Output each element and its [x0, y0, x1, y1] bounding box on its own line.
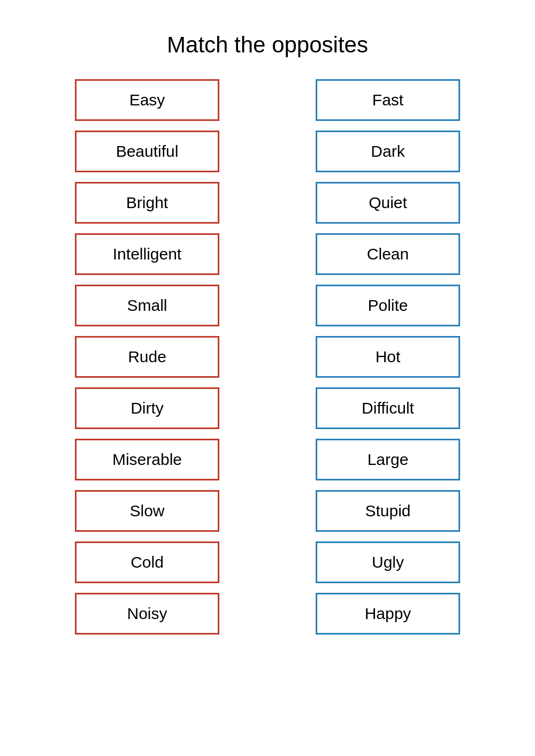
- right-column: FastDarkQuietCleanPoliteHotDifficultLarg…: [316, 79, 460, 635]
- right-word-box[interactable]: Difficult: [316, 387, 460, 429]
- left-word-box[interactable]: Beautiful: [75, 131, 219, 172]
- left-column: EasyBeautifulBrightIntelligentSmallRudeD…: [75, 79, 219, 635]
- left-word-box[interactable]: Small: [75, 285, 219, 326]
- right-word-box[interactable]: Clean: [316, 233, 460, 275]
- left-word-box[interactable]: Bright: [75, 182, 219, 224]
- left-word-box[interactable]: Cold: [75, 541, 219, 583]
- right-word-box[interactable]: Large: [316, 439, 460, 480]
- left-word-box[interactable]: Miserable: [75, 439, 219, 480]
- left-word-box[interactable]: Easy: [75, 79, 219, 121]
- right-word-box[interactable]: Hot: [316, 336, 460, 378]
- left-word-box[interactable]: Dirty: [75, 387, 219, 429]
- right-word-box[interactable]: Dark: [316, 131, 460, 172]
- right-word-box[interactable]: Fast: [316, 79, 460, 121]
- page-title: Match the opposites: [167, 32, 368, 58]
- right-word-box[interactable]: Happy: [316, 593, 460, 635]
- left-word-box[interactable]: Noisy: [75, 593, 219, 635]
- left-word-box[interactable]: Slow: [75, 490, 219, 532]
- right-word-box[interactable]: Quiet: [316, 182, 460, 224]
- match-columns: EasyBeautifulBrightIntelligentSmallRudeD…: [21, 79, 514, 635]
- right-word-box[interactable]: Polite: [316, 285, 460, 326]
- left-word-box[interactable]: Rude: [75, 336, 219, 378]
- left-word-box[interactable]: Intelligent: [75, 233, 219, 275]
- right-word-box[interactable]: Ugly: [316, 541, 460, 583]
- right-word-box[interactable]: Stupid: [316, 490, 460, 532]
